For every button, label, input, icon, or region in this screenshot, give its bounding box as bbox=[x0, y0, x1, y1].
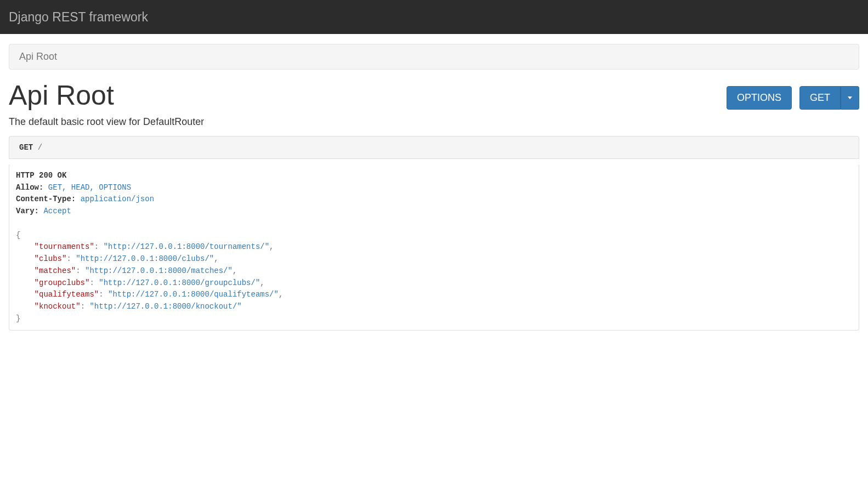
response-body: { "tournaments": "http://127.0.0.1:8000/… bbox=[16, 230, 852, 325]
request-method: GET bbox=[19, 143, 33, 152]
get-format-dropdown-button[interactable] bbox=[841, 86, 859, 110]
response-info: HTTP 200 OK Allow: GET, HEAD, OPTIONS Co… bbox=[9, 164, 859, 331]
vary-header-value: Accept bbox=[43, 207, 71, 215]
json-key-knockout: "knockout" bbox=[35, 302, 81, 311]
navbar-brand[interactable]: Django REST framework bbox=[9, 10, 148, 25]
allow-header-value: GET, HEAD, OPTIONS bbox=[48, 183, 131, 192]
navbar: Django REST framework bbox=[0, 0, 868, 34]
response-headers: HTTP 200 OK Allow: GET, HEAD, OPTIONS Co… bbox=[16, 170, 852, 218]
content-type-header-value: application/json bbox=[81, 195, 154, 203]
request-info: GET / bbox=[9, 136, 859, 159]
page-title: Api Root bbox=[9, 81, 114, 111]
breadcrumb: Api Root bbox=[9, 44, 859, 70]
json-link-matches[interactable]: "http://127.0.0.1:8000/matches/" bbox=[85, 266, 232, 275]
button-group: OPTIONS GET bbox=[727, 86, 859, 110]
json-link-groupclubs[interactable]: "http://127.0.0.1:8000/groupclubs/" bbox=[99, 278, 260, 287]
json-key-tournaments: "tournaments" bbox=[35, 242, 94, 251]
page-header: Api Root OPTIONS GET bbox=[9, 81, 859, 111]
content-type-header-name: Content-Type: bbox=[16, 195, 76, 203]
page-description: The default basic root view for DefaultR… bbox=[9, 116, 859, 128]
json-open-brace: { bbox=[16, 231, 20, 240]
json-key-clubs: "clubs" bbox=[35, 254, 67, 263]
json-link-qualifyteams[interactable]: "http://127.0.0.1:8000/qualifyteams/" bbox=[108, 290, 279, 299]
vary-header-name: Vary: bbox=[16, 207, 39, 215]
main-container: Api Root Api Root OPTIONS GET The defaul… bbox=[0, 44, 868, 331]
request-path: / bbox=[38, 143, 42, 152]
json-link-tournaments[interactable]: "http://127.0.0.1:8000/tournaments/" bbox=[104, 242, 269, 251]
options-button[interactable]: OPTIONS bbox=[727, 86, 792, 110]
get-button-group: GET bbox=[799, 86, 859, 110]
response-status-line: HTTP 200 OK bbox=[16, 171, 66, 180]
json-key-matches: "matches" bbox=[35, 266, 76, 275]
json-link-knockout[interactable]: "http://127.0.0.1:8000/knockout/" bbox=[89, 302, 241, 311]
caret-down-icon bbox=[848, 96, 852, 99]
allow-header-name: Allow: bbox=[16, 183, 43, 192]
json-key-qualifyteams: "qualifyteams" bbox=[35, 290, 99, 299]
json-key-groupclubs: "groupclubs" bbox=[35, 278, 90, 287]
get-button[interactable]: GET bbox=[799, 86, 841, 110]
json-link-clubs[interactable]: "http://127.0.0.1:8000/clubs/" bbox=[76, 254, 214, 263]
json-close-brace: } bbox=[16, 314, 20, 323]
breadcrumb-item-root[interactable]: Api Root bbox=[19, 51, 57, 62]
